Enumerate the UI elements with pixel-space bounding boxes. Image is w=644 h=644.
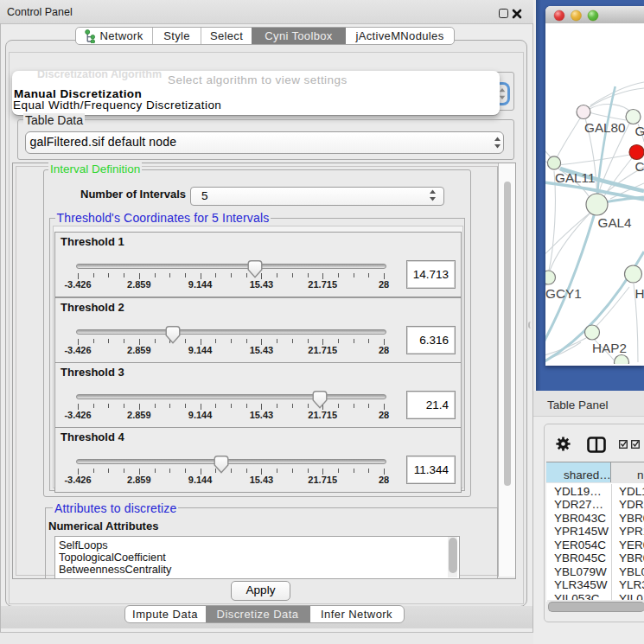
svg-text:H: H: [635, 286, 644, 301]
svg-text:C: C: [634, 159, 644, 174]
svg-text:GA: GA: [635, 124, 644, 138]
svg-text:GAL4: GAL4: [598, 215, 633, 230]
svg-text:GAL11: GAL11: [555, 170, 596, 185]
svg-text:GCY1: GCY1: [545, 286, 582, 301]
svg-text:GAL80: GAL80: [584, 120, 626, 135]
svg-text:HAP2: HAP2: [592, 341, 627, 355]
